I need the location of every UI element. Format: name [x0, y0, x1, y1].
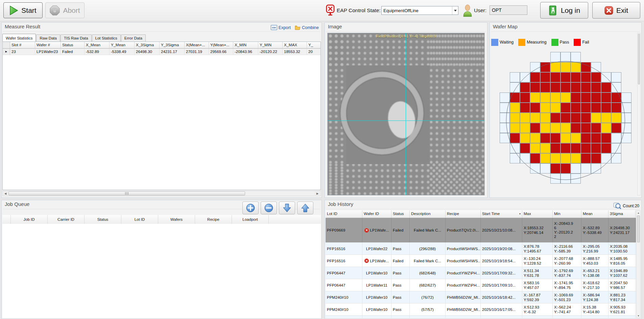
eap-state-select[interactable]: EquipmentOffLine — [381, 6, 458, 15]
wafer-die-cell — [601, 113, 611, 123]
column-header[interactable]: X(Mean+... — [185, 42, 209, 49]
column-header[interactable]: Recipe — [446, 210, 481, 218]
measure-table-header: Slot #Wafer #StatusX_MeanY_MeanX_3SigmaY… — [3, 42, 320, 49]
wafer-die-cell — [611, 133, 621, 143]
scroll-up-icon[interactable]: ▲ — [637, 211, 640, 215]
column-header[interactable]: Y_MIN — [258, 42, 283, 49]
column-header[interactable]: Mean — [581, 210, 609, 218]
column-header[interactable]: Job ID — [11, 215, 48, 224]
wafer-die-cell — [611, 153, 621, 163]
table-row[interactable]: ▶23LP1Wafer23Failed-532.89-5338.4926498.… — [3, 49, 320, 55]
wafer-die-cell — [550, 163, 560, 174]
scrollbar-thumb[interactable] — [638, 34, 640, 84]
start-time-cell: 2025/10/16/17:02... — [481, 316, 522, 318]
table-row[interactable]: PPM240#10LP1Wafer10Pass(57/57)PHWB56D2W_… — [326, 303, 636, 316]
user-icon — [462, 4, 473, 19]
wafer-die-cell — [500, 92, 510, 103]
tab-wafer-statistics[interactable]: Wafer Statistics — [2, 34, 36, 42]
column-header[interactable]: X_3Sigma — [135, 42, 160, 49]
column-header[interactable]: Loadport — [232, 215, 269, 224]
scroll-right-icon[interactable]: ▶ — [315, 191, 320, 196]
abort-button[interactable]: Abort — [45, 2, 85, 18]
table-row[interactable]: PFP09669✕LP1Wafe...FailedFailed Mark C..… — [326, 218, 636, 243]
column-header[interactable]: Slot # — [10, 42, 35, 49]
wafer-die-cell — [540, 143, 550, 153]
column-header[interactable]: Y_Mean — [110, 42, 135, 49]
column-header[interactable]: X_MAX — [283, 42, 307, 49]
column-header[interactable]: Lot ID — [326, 210, 362, 218]
add-job-button[interactable] — [242, 202, 259, 214]
scroll-left-icon[interactable]: ◀ — [3, 191, 8, 196]
sort-desc-icon: ▾ — [519, 212, 521, 215]
column-header[interactable]: Carrier ID — [48, 215, 85, 224]
wafer-die-cell — [581, 163, 591, 174]
login-button[interactable]: Log in — [540, 2, 588, 19]
table-row[interactable]: PFP06447LP1Wafer10Pass(682/648)Product\Y… — [326, 267, 636, 279]
tab-lot-statistics[interactable]: Lot Statistics — [92, 34, 121, 42]
column-header[interactable]: Wafer ID — [362, 210, 391, 218]
column-header[interactable]: Y_ — [307, 42, 321, 49]
column-header[interactable]: Wafers — [158, 215, 195, 224]
microscope-image: FieldPosition:(X=-1 Y=-4) TargetId:9 — [327, 33, 485, 195]
column-header[interactable]: Lot ID — [121, 215, 158, 224]
wafer-die-cell — [560, 153, 571, 163]
combine-button[interactable]: Combine — [295, 25, 319, 30]
vertical-scrollbar[interactable] — [637, 33, 641, 195]
tab-raw-data[interactable]: Raw Data — [36, 34, 60, 42]
panel-title: Image — [328, 24, 342, 29]
move-down-button[interactable] — [279, 202, 295, 214]
wafer-die-cell — [540, 113, 550, 123]
start-button[interactable]: Start — [3, 2, 43, 18]
wafer-die-cell — [540, 103, 550, 113]
recipe-cell: PHWB56D2W_MI... — [446, 303, 481, 315]
column-header[interactable]: Status — [391, 210, 410, 218]
export-button[interactable]: csv Export — [271, 25, 291, 30]
column-header[interactable]: Start Time▾ — [481, 210, 522, 218]
table-row[interactable]: PFP16516LP1Wafer22Pass(296/288)Product\W… — [326, 243, 636, 255]
legend-swatch — [518, 39, 525, 46]
horizontal-scrollbar[interactable]: ◀ ▶ — [2, 191, 321, 196]
table-row[interactable]: PPM240#10LP1Wafer10Pass(76/72)PHWB56D2W_… — [326, 291, 636, 303]
table-row[interactable]: PFP16516✕LP1Wafe...FailedFailed Mark C..… — [326, 255, 636, 267]
scrollbar-thumb[interactable] — [637, 215, 640, 242]
column-header[interactable]: Description — [410, 210, 446, 218]
column-header[interactable]: Status — [61, 42, 85, 49]
column-header[interactable]: Min — [553, 210, 581, 218]
tab-error-data[interactable]: Error Data — [121, 34, 146, 42]
exit-x-icon — [604, 6, 613, 15]
wafer-die-cell — [530, 163, 540, 174]
wafer-die-cell — [560, 143, 571, 153]
scrollbar-thumb[interactable] — [8, 191, 245, 195]
remove-job-button[interactable] — [261, 202, 277, 214]
vertical-scrollbar[interactable]: ▲ ▼ — [636, 210, 641, 318]
status-cell: Pass — [391, 243, 410, 255]
column-header[interactable]: Status — [85, 215, 121, 224]
column-header[interactable]: Y_3Sigma — [160, 42, 185, 49]
wafer-die-cell — [601, 72, 611, 82]
lot-id-cell: PPM240#10 — [326, 303, 362, 315]
wafer-die-cell — [540, 163, 550, 174]
column-header[interactable]: Y(Mean+... — [209, 42, 233, 49]
wafer-die-cell — [571, 153, 581, 163]
table-row[interactable]: PPM240#10LP1Wafer10AbortPHWB56D2W_MI...2… — [326, 316, 636, 318]
column-header[interactable]: Recipe — [195, 215, 232, 224]
wafer-die-cell — [571, 72, 581, 82]
wafer-die-cell — [560, 52, 571, 62]
exit-button[interactable]: Exit — [592, 2, 640, 19]
start-time-cell: 2025/10/17/09:10... — [481, 279, 522, 291]
move-up-button[interactable] — [297, 202, 313, 214]
column-header[interactable]: X_MIN — [233, 42, 258, 49]
user-input[interactable] — [490, 5, 527, 15]
column-header[interactable]: X_Mean — [85, 42, 110, 49]
table-row[interactable]: PFP06447LP1Wafer11Pass(682/627)Product\Y… — [326, 279, 636, 291]
min-cell: X:-562.24Y:-741.47 — [553, 303, 581, 315]
scroll-down-icon[interactable]: ▼ — [637, 314, 640, 318]
column-header[interactable]: 3Sigma — [609, 210, 636, 218]
minus-icon — [264, 203, 273, 213]
measure-table: Slot #Wafer #StatusX_MeanY_MeanX_3SigmaY… — [2, 42, 321, 190]
tab-tis-raw-data[interactable]: TIS Raw Data — [61, 34, 92, 42]
column-header[interactable]: Max — [522, 210, 553, 218]
combo-dropdown-button[interactable] — [452, 6, 458, 15]
max-cell: X:511.34Y:631.78 — [522, 267, 553, 279]
column-header[interactable]: Wafer # — [35, 42, 61, 49]
